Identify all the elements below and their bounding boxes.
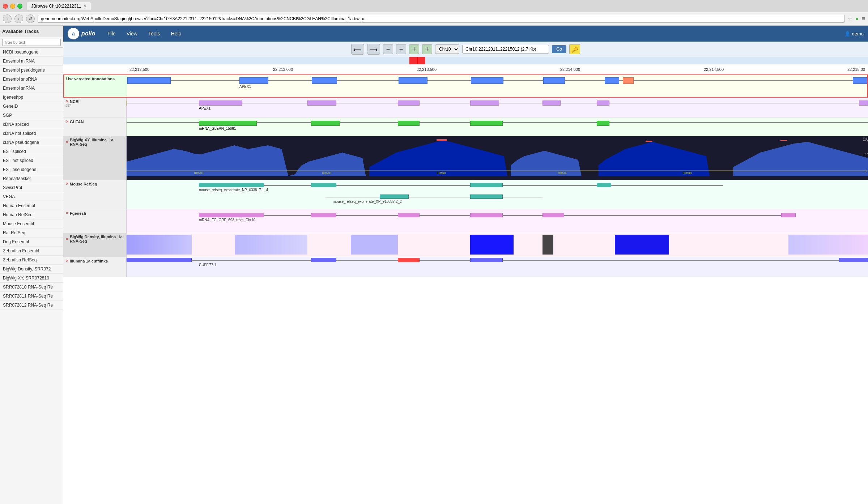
ncbi-exon-2 [199, 101, 242, 106]
track-close-cufflinks[interactable]: ✕ [65, 259, 69, 263]
window-controls [3, 4, 22, 9]
sidebar-item-srr072811[interactable]: SRR072811 RNA-Seq Re [0, 292, 63, 301]
nav-forward-arrow[interactable]: ⟶ [367, 44, 380, 55]
sidebar-item-srr072810[interactable]: SRR072810 RNA-Seq Re [0, 283, 63, 292]
sidebar-item-est-pseudogene[interactable]: EST pseudogene [0, 165, 63, 174]
forward-button[interactable]: › [14, 14, 23, 23]
sidebar-item-rat-refseq[interactable]: Rat RefSeq [0, 228, 63, 238]
sidebar-item-human-ensembl[interactable]: Human Ensembl [0, 201, 63, 210]
sidebar-item-dog-ensembl[interactable]: Dog Ensembl [0, 238, 63, 247]
sidebar-item-ensembl-mirna[interactable]: Ensembl miRNA [0, 57, 63, 66]
sidebar-item-zebrafish-ensembl[interactable]: Zebrafish Ensembl [0, 247, 63, 256]
zoom-in-btn-1[interactable]: + [409, 44, 419, 54]
user-icon: 👤 [844, 31, 850, 37]
zoom-out-btn-1[interactable]: − [383, 44, 393, 54]
sidebar-item-swissprot[interactable]: SwissProt [0, 183, 63, 192]
density-block-5 [615, 235, 669, 255]
apollo-toolbar: a pollo File View Tools Help 👤 demo [63, 26, 868, 42]
track-label-mouse-refseq: ✕ Mouse RefSeq [63, 180, 127, 209]
track-close-fgenesh[interactable]: ✕ [65, 211, 69, 215]
browser-tab[interactable]: JBrowse Chr10:22212311 ✕ [27, 2, 91, 10]
track-content-glean[interactable]: mRNA_GLEAN_15661 [127, 118, 868, 136]
overview-bar[interactable] [63, 57, 868, 64]
sidebar-item-srr072812[interactable]: SRR072812 RNA-Seq Re [0, 301, 63, 310]
menu-tools[interactable]: Tools [143, 29, 165, 39]
chr-select[interactable]: Chr10 [435, 44, 459, 54]
sidebar-item-cdna-pseudogene[interactable]: cDNA pseudogene [0, 138, 63, 147]
menu-icon[interactable]: ≡ [862, 16, 865, 22]
minimize-button[interactable] [10, 4, 15, 9]
filter-input[interactable] [2, 39, 61, 46]
track-close-bigwig-density[interactable]: ✕ [65, 237, 69, 242]
ncbi-gene-label: APEX1 [199, 106, 210, 110]
sidebar-item-ensembl-pseudogene[interactable]: Ensembl pseudogene [0, 66, 63, 75]
track-close-glean[interactable]: ✕ [65, 119, 69, 124]
zoom-out-btn-2[interactable]: − [396, 44, 406, 54]
cufflinks-exon-red [398, 258, 420, 262]
tab-close-icon[interactable]: ✕ [84, 4, 86, 8]
glean-gene-label: mRNA_GLEAN_15661 [199, 127, 236, 131]
sidebar-item-sgp[interactable]: SGP [0, 111, 63, 120]
track-close-ncbi[interactable]: ✕ [65, 99, 69, 104]
track-content-ncbi[interactable]: APEX1 [127, 98, 868, 118]
sidebar-item-geneid[interactable]: GeneID [0, 102, 63, 111]
track-label-user-annotations: User-created Annotations [64, 75, 127, 97]
menu-help[interactable]: Help [166, 29, 187, 39]
sidebar-item-cdna-not-spliced[interactable]: cDNA not spliced [0, 129, 63, 138]
sidebar-item-bigwig-density-srr072[interactable]: BigWig Density, SRR072 [0, 265, 63, 274]
svg-text:100: 100 [863, 137, 868, 141]
refseq-exon-1-4 [597, 183, 611, 187]
track-content-user-annotations[interactable]: APEX1 [127, 75, 867, 97]
sidebar-item-ensembl-snrna[interactable]: Ensembl snRNA [0, 84, 63, 93]
genome-nav: ⟵ ⟶ − − + + Chr10 Go 🔑 [63, 42, 868, 57]
tab-bar: JBrowse Chr10:22212311 ✕ [27, 2, 91, 10]
sidebar-item-vega[interactable]: VEGA [0, 192, 63, 201]
sidebar-item-bigwig-xy-srr072810[interactable]: BigWig XY, SRR072810 [0, 274, 63, 283]
sidebar-item-est-not-spliced[interactable]: EST not spliced [0, 156, 63, 165]
back-button[interactable]: ‹ [3, 14, 12, 23]
track-close-mouse-refseq[interactable]: ✕ [65, 181, 69, 186]
maximize-button[interactable] [17, 4, 22, 9]
gene-label-apex1: APEX1 [239, 85, 251, 89]
zoom-in-btn-2[interactable]: + [422, 44, 432, 54]
sidebar-item-ncbi-pseudogene[interactable]: NCBI pseudogene [0, 48, 63, 57]
track-content-cufflinks[interactable]: CUFF.77.1 [127, 257, 868, 277]
url-input[interactable] [38, 15, 845, 23]
bookmark-icon[interactable]: ☆ [848, 16, 852, 22]
sidebar-item-repeatmasker[interactable]: RepeatMasker [0, 174, 63, 183]
sidebar-item-ensembl-snorna[interactable]: Ensembl snoRNA [0, 75, 63, 84]
ncbi-exon-3 [307, 101, 336, 106]
nav-back-arrow[interactable]: ⟵ [351, 44, 364, 55]
sidebar-item-cdna-spliced[interactable]: cDNA spliced [0, 120, 63, 129]
ncbi-exon-last [859, 101, 868, 106]
menu-view[interactable]: View [122, 29, 142, 39]
scale-tick-2: 22,213,500 [417, 67, 437, 72]
close-button[interactable] [3, 4, 8, 9]
cufflinks-exon-1 [127, 258, 192, 262]
refseq-exon-1-1 [199, 183, 264, 187]
track-content-fgenesh[interactable]: mRNA_FG_ORF_698_from_Chr10 [127, 209, 868, 233]
sidebar-item-mouse-ensembl[interactable]: Mouse Ensembl [0, 219, 63, 228]
refresh-button[interactable]: ↺ [26, 14, 35, 23]
cufflinks-gene-label: CUFF.77.1 [199, 263, 216, 267]
location-input[interactable] [462, 45, 549, 54]
sidebar-item-fgeneshpp[interactable]: fgeneshpp [0, 93, 63, 102]
track-content-mouse-refseq[interactable]: mouse_refseq_exonerate_NP_033817.1_4 mou… [127, 180, 868, 209]
track-content-bigwig-density[interactable] [127, 233, 868, 257]
menu-file[interactable]: File [102, 29, 121, 39]
extensions-icon: ● [855, 16, 859, 22]
sidebar-item-human-refseq[interactable]: Human RefSeq [0, 210, 63, 219]
svg-text:0: 0 [865, 169, 867, 173]
fgenesh-exon-5 [542, 213, 564, 217]
tracks-area[interactable]: User-created Annotations APEX1 [63, 74, 868, 504]
ncbi-exon-6 [542, 101, 561, 106]
sidebar-item-est-spliced[interactable]: EST spliced [0, 147, 63, 156]
track-content-bigwig-xy[interactable]: 100 +10 0 mean mean mean mean mean [127, 136, 868, 180]
go-button[interactable]: Go [552, 45, 566, 53]
density-block-2 [235, 235, 307, 255]
highlight-button[interactable]: 🔑 [569, 44, 580, 54]
cufflinks-exon-4 [839, 258, 868, 262]
sidebar-item-zebrafish-refseq[interactable]: Zebrafish RefSeq [0, 256, 63, 265]
main-content: a pollo File View Tools Help 👤 demo ⟵ ⟶ … [63, 26, 868, 504]
track-close-bigwig-xy[interactable]: ✕ [65, 140, 69, 145]
